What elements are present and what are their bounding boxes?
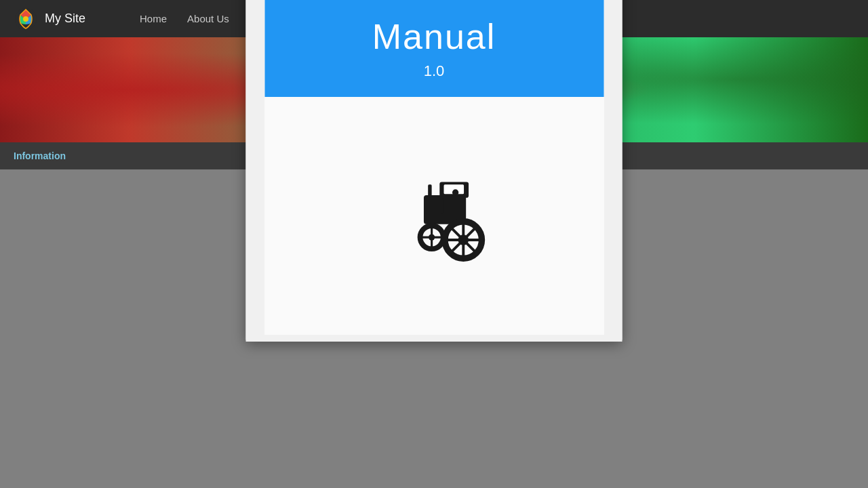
brand: My Site [14,7,85,31]
pdf-header-subtitle: 1.0 [278,62,590,80]
pdf-page: Manual 1.0 [264,0,604,335]
site-logo [14,7,38,31]
main-content: Manual 1.0 ← 5 /6 → − + ↓ ● Manual [0,169,868,488]
pdf-content: Manual 1.0 [246,0,623,342]
nav-about[interactable]: About Us [187,13,229,24]
tractor-icon [380,169,488,264]
nav-home[interactable]: Home [140,13,167,24]
site-name: My Site [45,12,85,26]
pdf-header-title: Manual [278,16,590,57]
pdf-page-body [264,97,604,335]
svg-point-5 [452,189,458,195]
pdf-page-header: Manual 1.0 [264,0,604,97]
pdf-modal: Manual 1.0 ← 5 /6 → − + ↓ ● Manual [246,0,623,342]
svg-point-1 [23,16,28,22]
svg-rect-6 [428,184,431,197]
svg-rect-7 [425,197,443,213]
info-bar-label: Information [14,150,66,161]
